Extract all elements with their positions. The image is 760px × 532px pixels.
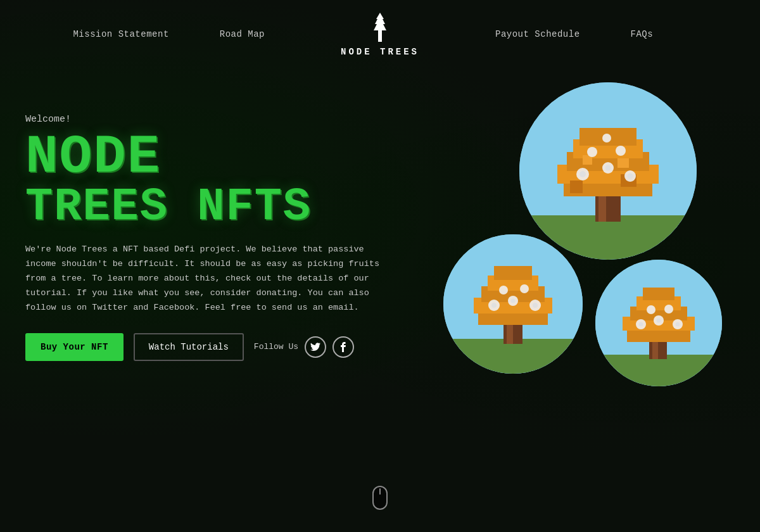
svg-point-17 <box>587 147 597 157</box>
nav-links-left: Mission Statement Road Map <box>0 29 303 39</box>
svg-rect-10 <box>570 180 583 193</box>
mouse-cursor-icon <box>372 486 388 513</box>
svg-rect-58 <box>379 488 381 495</box>
svg-point-20 <box>580 171 586 177</box>
svg-point-21 <box>605 165 611 171</box>
svg-rect-13 <box>618 158 629 168</box>
svg-point-18 <box>616 146 626 156</box>
svg-point-39 <box>533 303 538 308</box>
hero-title-line2: TREES NFTS <box>25 184 418 230</box>
hero-description: We're Node Trees a NFT based Defi projec… <box>25 243 393 315</box>
tree-circle-large <box>519 82 697 260</box>
tree-circle-medium <box>443 234 583 374</box>
svg-marker-0 <box>374 13 386 42</box>
tree-art-container <box>418 82 735 412</box>
follow-us-section: Follow Us <box>254 336 354 358</box>
nav-logo[interactable]: NODE TREES <box>341 11 419 57</box>
tree-medium-svg <box>443 234 583 374</box>
nav-links-right: Payout Schedule FAQs <box>457 29 760 39</box>
tree-small-svg <box>595 260 722 386</box>
facebook-icon[interactable] <box>332 336 354 358</box>
watch-tutorials-button[interactable]: Watch Tutorials <box>134 333 244 361</box>
main-content: Welcome! NODE TREES NFTS We're Node Tree… <box>0 63 760 412</box>
left-section: Welcome! NODE TREES NFTS We're Node Tree… <box>25 101 418 361</box>
follow-us-label: Follow Us <box>254 342 298 352</box>
nav-road-map[interactable]: Road Map <box>220 29 265 39</box>
svg-rect-4 <box>598 193 606 222</box>
cta-row: Buy Your NFT Watch Tutorials Follow Us <box>25 333 418 361</box>
hero-title: NODE TREES NFTS <box>25 130 418 230</box>
svg-point-36 <box>520 284 529 293</box>
nav-faqs[interactable]: FAQs <box>631 29 654 39</box>
svg-rect-48 <box>643 288 674 300</box>
right-section <box>418 82 735 412</box>
svg-point-38 <box>511 299 516 303</box>
svg-point-19 <box>602 134 611 142</box>
tree-circle-small <box>595 260 722 386</box>
hero-title-line1: NODE <box>25 130 418 184</box>
buy-nft-button[interactable]: Buy Your NFT <box>25 333 124 361</box>
tree-logo-icon <box>366 11 394 43</box>
svg-point-53 <box>664 305 673 314</box>
svg-rect-41 <box>595 355 722 386</box>
nav-mission-statement[interactable]: Mission Statement <box>73 29 168 39</box>
navigation: Mission Statement Road Map NODE TREES Pa… <box>0 0 760 63</box>
svg-point-22 <box>628 174 633 179</box>
welcome-text: Welcome! <box>25 114 418 125</box>
svg-point-52 <box>647 305 656 314</box>
nav-payout-schedule[interactable]: Payout Schedule <box>495 29 580 39</box>
svg-rect-24 <box>443 339 583 374</box>
twitter-icon[interactable] <box>305 336 326 358</box>
tree-large-svg <box>519 82 697 260</box>
svg-point-37 <box>491 303 497 308</box>
svg-rect-26 <box>507 322 513 344</box>
logo-text: NODE TREES <box>341 47 419 57</box>
svg-point-54 <box>639 322 643 327</box>
svg-point-35 <box>499 286 508 294</box>
svg-point-56 <box>676 322 680 327</box>
svg-rect-31 <box>494 266 532 280</box>
svg-point-55 <box>657 319 661 323</box>
